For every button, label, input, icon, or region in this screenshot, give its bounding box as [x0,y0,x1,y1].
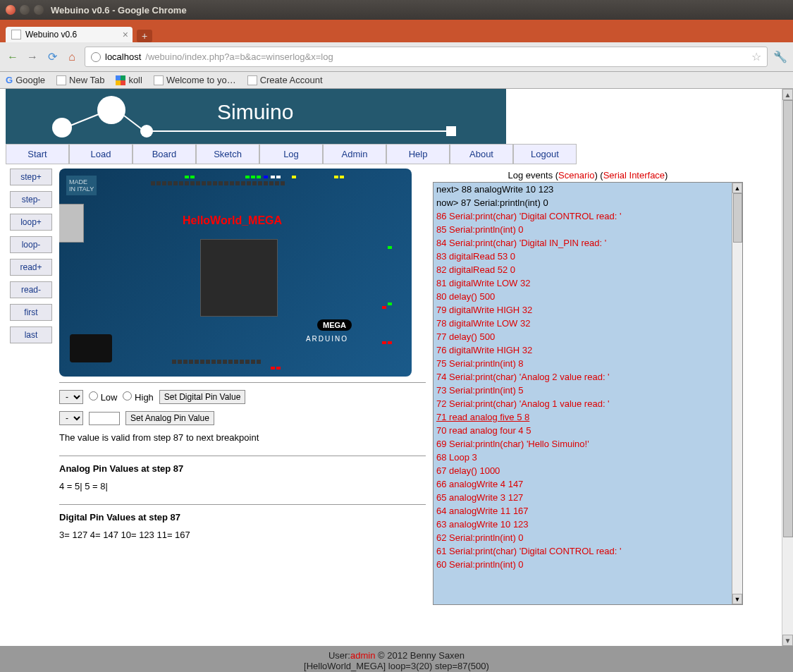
log-line[interactable]: 85 Serial:println(int) 0 [434,223,731,236]
nav-bar: ← → ⟳ ⌂ localhost/webuino/index.php?a=b&… [0,42,793,72]
log-header: Log events (Scenario) (Serial Interface) [433,169,743,182]
menu-logout[interactable]: Logout [513,144,577,164]
log-line[interactable]: 82 digitalRead 52 0 [434,263,731,276]
log-line[interactable]: now> 87 Serial:println(int) 0 [434,196,731,209]
page-scroll-down-icon[interactable]: ▼ [782,635,793,646]
set-digital-button[interactable]: Set Digital Pin Value [159,390,246,404]
log-line[interactable]: 62 Serial:println(int) 0 [434,531,731,544]
log-line[interactable]: 81 digitalWrite LOW 32 [434,276,731,290]
log-line[interactable]: 65 analogWrite 3 127 [434,491,731,504]
high-radio[interactable] [123,391,132,401]
log-line[interactable]: 64 analogWrite 11 167 [434,504,731,518]
favicon-icon [11,30,21,39]
user-label: User: [328,650,350,661]
loop-minus-button[interactable]: loop- [10,236,52,253]
copyright: © 2012 Benny Saxen [375,650,465,661]
menu-about[interactable]: About [450,144,513,164]
window-maximize-button[interactable] [34,5,44,15]
svg-point-0 [52,118,72,138]
page-scroll-up-icon[interactable]: ▲ [782,89,793,100]
log-line[interactable]: 84 Serial:print(char) 'Digital IN_PIN re… [434,236,731,250]
log-line[interactable]: 80 delay() 500 [434,290,731,303]
new-tab-button[interactable]: + [137,30,152,42]
log-line[interactable]: 76 digitalWrite HIGH 32 [434,343,731,357]
usb-port-icon [59,204,84,243]
home-button[interactable]: ⌂ [65,50,79,64]
log-line[interactable]: 78 digitalWrite LOW 32 [434,317,731,330]
read-minus-button[interactable]: read- [10,281,52,298]
digital-values-heading: Digital Pin Values at step 87 [59,504,426,523]
log-line[interactable]: 75 Serial:println(int) 8 [434,357,731,370]
valid-range-text: The value is valid from step 87 to next … [59,432,426,443]
forward-button[interactable]: → [25,50,39,64]
bookmark-welcome[interactable]: Welcome to yo… [154,75,236,85]
log-line[interactable]: 70 read analog four 4 5 [434,424,731,437]
scenario-link[interactable]: Scenario [558,170,594,181]
analog-value-input[interactable] [89,412,120,425]
bookmark-create[interactable]: Create Account [247,75,323,85]
page-scrollbar[interactable]: ▲ ▼ [782,89,793,646]
scroll-thumb[interactable] [733,193,742,243]
log-line[interactable]: next> 88 analogWrite 10 123 [434,183,731,196]
page-scroll-thumb[interactable] [783,100,793,537]
last-button[interactable]: last [10,326,52,343]
digital-pin-select[interactable]: - [59,390,83,404]
user-name: admin [350,650,375,661]
svg-point-2 [140,125,153,138]
log-line[interactable]: 73 Serial:println(int) 5 [434,384,731,397]
log-line[interactable]: 74 Serial:print(char) 'Analog 2 value re… [434,370,731,384]
step-plus-button[interactable]: step+ [10,169,52,185]
tab-bar: Webuino v0.6 × + [0,23,793,42]
log-line[interactable]: 79 digitalWrite HIGH 32 [434,303,731,317]
log-line[interactable]: 83 digitalRead 53 0 [434,250,731,263]
analog-values: 4 = 5| 5 = 8| [59,481,426,491]
low-radio-label[interactable]: Low [89,391,117,403]
log-line[interactable]: 63 analogWrite 10 123 [434,518,731,531]
loop-plus-button[interactable]: loop+ [10,214,52,231]
analog-pin-select[interactable]: - [59,411,83,425]
log-line[interactable]: 72 Serial:print(char) 'Analog 1 value re… [434,397,731,410]
log-scrollbar[interactable]: ▲ ▼ [732,183,742,604]
reload-button[interactable]: ⟳ [45,50,59,64]
step-controls: step+ step- loop+ loop- read+ read- firs… [10,169,52,605]
first-button[interactable]: first [10,304,52,321]
scroll-down-icon[interactable]: ▼ [732,594,742,604]
low-radio[interactable] [89,391,98,401]
url-bar[interactable]: localhost/webuino/index.php?a=b&ac=winse… [85,47,768,67]
browser-tab[interactable]: Webuino v0.6 × [6,27,133,42]
bookmark-google[interactable]: GGoogle [6,75,45,85]
url-host: localhost [105,51,141,62]
bookmarks-bar: GGoogle New Tab koll Welcome to yo… Crea… [0,72,793,89]
log-line[interactable]: 86 Serial:print(char) 'Digital CONTROL r… [434,209,731,223]
tab-close-icon[interactable]: × [123,29,128,40]
log-line[interactable]: 69 Serial:println(char) 'Hello Simuino!' [434,437,731,451]
log-line[interactable]: 66 analogWrite 4 147 [434,477,731,491]
bookmark-koll[interactable]: koll [116,75,142,85]
log-line[interactable]: 71 read analog five 5 8 [434,410,731,424]
log-line[interactable]: 67 delay() 1000 [434,464,731,477]
log-line[interactable]: 77 delay() 500 [434,330,731,343]
bookmark-newtab[interactable]: New Tab [56,75,104,85]
wrench-icon[interactable]: 🔧 [773,50,787,63]
window-close-button[interactable] [6,5,16,15]
banner: Simuino [6,89,506,144]
high-radio-label[interactable]: High [123,391,153,403]
svg-line-4 [124,116,142,129]
window-minimize-button[interactable] [20,5,30,15]
page-icon [154,75,164,85]
sketch-name-overlay: HelloWorld_MEGA [183,214,282,227]
log-line[interactable]: 60 Serial:println(int) 0 [434,558,731,571]
arduino-board-image: MADEIN ITALY HelloWorld_MEGA MEGA ARDUIN… [59,169,412,377]
status-line: [HelloWorld_MEGA] loop=3(20) step=87(500… [0,661,793,671]
back-button[interactable]: ← [6,50,20,64]
log-line[interactable]: 68 Loop 3 [434,451,731,464]
star-icon[interactable]: ☆ [751,50,761,63]
tab-title: Webuino v0.6 [25,30,77,39]
log-line[interactable]: 61 Serial:print(char) 'Digital CONTROL r… [434,544,731,558]
set-analog-button[interactable]: Set Analog Pin Value [125,411,214,425]
scroll-up-icon[interactable]: ▲ [732,183,742,193]
step-minus-button[interactable]: step- [10,191,52,208]
serial-link[interactable]: Serial Interface [603,170,665,181]
globe-icon [91,52,101,62]
read-plus-button[interactable]: read+ [10,259,52,276]
